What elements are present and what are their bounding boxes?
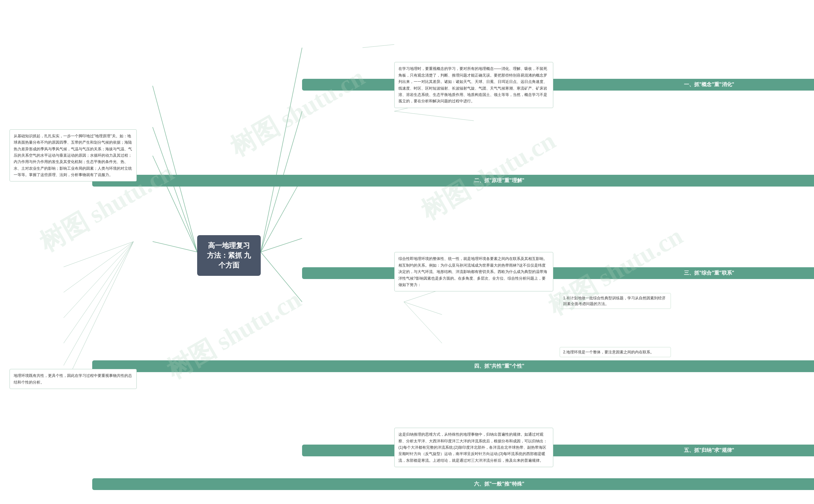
central-node: 高一地理复习方法：紧抓 九个方面 (197, 235, 261, 276)
svg-line-2 (153, 156, 197, 252)
svg-line-4 (261, 48, 302, 252)
svg-line-14 (404, 302, 442, 343)
branch-4-label: 四、抓"共性"重"个性" (92, 360, 814, 372)
branch-1-label: 一、抓"概念"重"消化" (302, 79, 814, 91)
svg-line-6 (261, 178, 302, 252)
branch-3-content: 综合性即地理环境的整体性、统一性，就是地理环境各要素之间内在联系及其相互影响。相… (394, 252, 553, 291)
branch-3-label: 三、抓"综合"重"联系" (302, 267, 814, 279)
watermark-2: 树图 shutu.cn (224, 60, 371, 165)
svg-line-3 (153, 242, 197, 252)
svg-line-9 (362, 44, 394, 48)
central-title: 高一地理复习方法：紧抓 九个方面 (207, 242, 251, 269)
branch-5-content: 这是归纳推理的思维方式，从特殊性的地理事物中，归纳出普遍性的规律。如通过对观察、… (394, 428, 553, 467)
svg-line-13 (404, 302, 442, 315)
svg-line-19 (64, 242, 133, 365)
svg-line-0 (153, 86, 197, 252)
svg-line-17 (64, 242, 133, 318)
branch-1-content: 在学习地理时，要重视概念的学习，要对所有的地理概念——消化、理解、吸收，不留死角… (394, 62, 553, 108)
svg-line-16 (64, 242, 133, 292)
branch-6-label: 六、抓"一般"推"特殊" (92, 478, 814, 490)
svg-line-18 (64, 242, 133, 343)
branch-2-label: 二、抓"原理"重"理解" (92, 175, 814, 187)
branch-3-sub-2: 2.地理环境是一个整体，要注意因素之间的内在联系。 (560, 347, 671, 357)
svg-line-15 (64, 242, 133, 267)
svg-line-1 (153, 127, 197, 252)
svg-line-8 (261, 252, 302, 302)
branch-5-label: 五、抓"归纳"求"规律" (302, 445, 814, 456)
branch-3-sub-1: 1.有计划地做一批综合性典型训练题，学习从自然因素到经济因素全面考虑问题的方法。 (560, 293, 671, 309)
mind-map-canvas: 树图 shutu.cn 树图 shutu.cn 树图 shutu.cn 树图 s… (0, 0, 814, 504)
svg-line-11 (394, 111, 474, 121)
svg-line-7 (261, 238, 302, 252)
branch-4-content: 地理环境既有共性，更具个性，因此在学习过程中要重视事物共性的总结和个性的分析。 (10, 369, 137, 389)
branch-2-content: 从基础知识抓起，扎扎实实，一步一个脚印地过"地理原理"关。如：地球表面热量分布不… (10, 129, 137, 182)
